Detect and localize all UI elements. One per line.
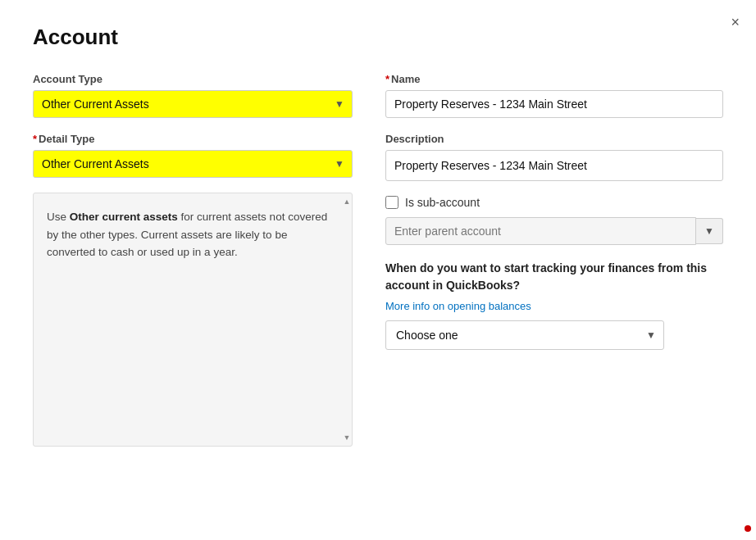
info-bold-text: Other current assets [70,211,178,223]
scroll-down-icon: ▼ [344,432,351,443]
description-label: Description [385,133,723,145]
modal-title: Account [33,25,723,50]
sub-account-checkbox-row: Is sub-account [385,196,723,209]
info-box: Use Other current assets for current ass… [33,193,353,447]
name-input[interactable] [385,90,723,118]
more-info-link[interactable]: More info on opening balances [385,300,531,312]
info-scrollbar[interactable]: ▲ ▼ [344,193,350,446]
info-text-prefix: Use [47,211,70,223]
parent-account-dropdown-button[interactable]: ▼ [696,218,723,244]
choose-one-select[interactable]: Choose one Today Other date [385,320,664,350]
tracking-question: When do you want to start tracking your … [385,260,723,294]
description-input[interactable] [385,150,723,181]
account-type-label: Account Type [33,73,353,85]
right-column: *Name Description Is sub-account ▼ [385,73,723,447]
scroll-up-icon: ▲ [344,196,351,207]
detail-type-required-star: * [33,133,37,145]
sub-account-section: Is sub-account ▼ [385,196,723,245]
parent-account-row: ▼ [385,217,723,245]
account-type-group: Account Type Other Current Assets ▼ [33,73,353,118]
left-column: Account Type Other Current Assets ▼ *Det… [33,73,353,447]
sub-account-label: Is sub-account [405,196,480,209]
detail-type-group: *Detail Type Other Current Assets ▼ [33,133,353,178]
red-dot-indicator [745,525,751,532]
detail-type-select-wrapper: Other Current Assets ▼ [33,150,353,178]
account-type-select-wrapper: Other Current Assets ▼ [33,90,353,118]
form-layout: Account Type Other Current Assets ▼ *Det… [33,73,723,447]
name-group: *Name [385,73,723,118]
sub-account-checkbox[interactable] [385,196,398,209]
tracking-section: When do you want to start tracking your … [385,260,723,350]
parent-account-input[interactable] [385,217,696,245]
account-modal: × Account Account Type Other Current Ass… [0,0,756,540]
detail-type-label: *Detail Type [33,133,353,145]
name-label: *Name [385,73,723,85]
parent-dropdown-icon: ▼ [704,225,714,237]
account-type-select[interactable]: Other Current Assets [33,90,353,118]
close-button[interactable]: × [731,15,740,29]
name-required-star: * [385,73,389,85]
detail-type-select[interactable]: Other Current Assets [33,150,353,178]
choose-one-select-wrapper: Choose one Today Other date ▼ [385,320,664,350]
description-group: Description [385,133,723,181]
